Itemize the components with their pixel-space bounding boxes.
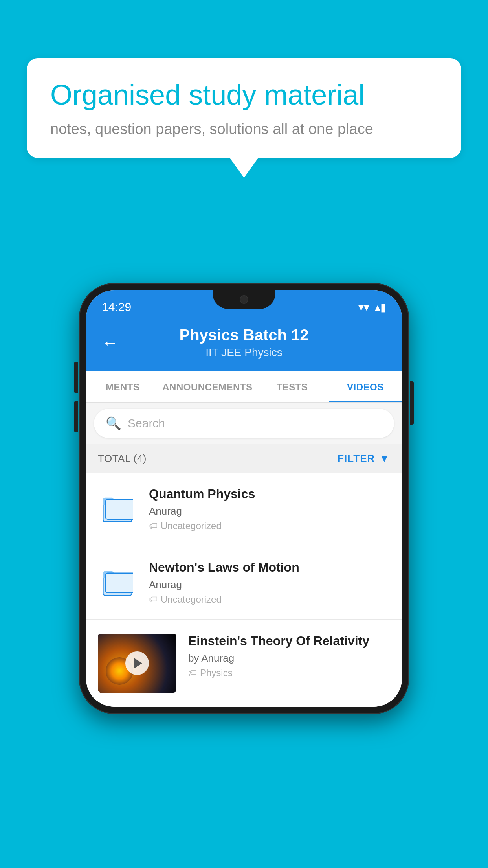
video-author: Anurag — [149, 505, 390, 517]
tag-icon: 🏷 — [188, 668, 197, 678]
tab-bar: MENTS ANNOUNCEMENTS TESTS VIDEOS — [86, 371, 402, 403]
signal-icon: ▴▮ — [375, 301, 386, 314]
bubble-title: Organised study material — [50, 79, 438, 111]
video-info: Newton's Laws of Motion Anurag 🏷 Uncateg… — [149, 560, 390, 605]
phone-mockup: 14:29 ▾▾ ▴▮ ← Physics Batch 12 IIT JEE P… — [79, 283, 409, 714]
video-author: Anurag — [149, 579, 390, 591]
bubble-tail — [230, 158, 258, 178]
filter-button[interactable]: FILTER ▼ — [338, 452, 390, 465]
tab-ments[interactable]: MENTS — [86, 371, 159, 402]
thumbnail-overlay — [98, 634, 176, 693]
phone-outer: 14:29 ▾▾ ▴▮ ← Physics Batch 12 IIT JEE P… — [79, 283, 409, 714]
search-container: 🔍 Search — [86, 403, 402, 444]
search-bar[interactable]: 🔍 Search — [94, 409, 394, 438]
speech-bubble-card: Organised study material notes, question… — [27, 58, 461, 158]
svg-rect-3 — [106, 573, 133, 593]
video-info: Quantum Physics Anurag 🏷 Uncategorized — [149, 487, 390, 531]
video-thumbnail — [98, 634, 176, 693]
tab-tests[interactable]: TESTS — [255, 371, 328, 402]
speech-bubble-section: Organised study material notes, question… — [27, 58, 461, 178]
video-tag: 🏷 Uncategorized — [149, 520, 390, 531]
tab-announcements[interactable]: ANNOUNCEMENTS — [159, 371, 255, 402]
tag-icon: 🏷 — [149, 594, 158, 605]
tab-videos[interactable]: VIDEOS — [329, 371, 402, 402]
phone-screen: 14:29 ▾▾ ▴▮ ← Physics Batch 12 IIT JEE P… — [86, 290, 402, 707]
app-header: ← Physics Batch 12 IIT JEE Physics — [86, 318, 402, 371]
front-camera — [240, 295, 248, 304]
bubble-subtitle: notes, question papers, solutions all at… — [50, 121, 438, 138]
video-list: Quantum Physics Anurag 🏷 Uncategorized — [86, 473, 402, 707]
svg-rect-1 — [106, 500, 133, 519]
video-title: Einstein's Theory Of Relativity — [188, 634, 390, 648]
video-info: Einstein's Theory Of Relativity by Anura… — [188, 634, 390, 679]
tag-icon: 🏷 — [149, 521, 158, 531]
power-button — [410, 381, 414, 425]
back-button[interactable]: ← — [102, 333, 118, 352]
search-input[interactable]: Search — [128, 417, 165, 430]
list-item[interactable]: Newton's Laws of Motion Anurag 🏷 Uncateg… — [86, 546, 402, 620]
total-count: TOTAL (4) — [98, 452, 147, 465]
search-icon: 🔍 — [106, 416, 121, 431]
filter-icon: ▼ — [379, 452, 390, 465]
header-text: Physics Batch 12 IIT JEE Physics — [130, 326, 358, 359]
list-item[interactable]: Quantum Physics Anurag 🏷 Uncategorized — [86, 473, 402, 546]
video-title: Quantum Physics — [149, 487, 390, 501]
video-tag: 🏷 Physics — [188, 668, 390, 679]
folder-icon — [98, 563, 137, 602]
play-button[interactable] — [125, 651, 149, 675]
phone-notch — [213, 290, 275, 309]
list-item[interactable]: Einstein's Theory Of Relativity by Anura… — [86, 620, 402, 707]
volume-up-button — [74, 362, 78, 393]
wifi-icon: ▾▾ — [358, 301, 369, 314]
filter-bar: TOTAL (4) FILTER ▼ — [86, 444, 402, 473]
volume-down-button — [74, 401, 78, 432]
batch-tags: IIT JEE Physics — [130, 346, 358, 359]
video-author: by Anurag — [188, 652, 390, 664]
play-icon — [134, 658, 142, 669]
video-title: Newton's Laws of Motion — [149, 560, 390, 575]
batch-title: Physics Batch 12 — [130, 326, 358, 344]
status-icons: ▾▾ ▴▮ — [358, 301, 386, 314]
folder-icon — [98, 489, 137, 528]
status-time: 14:29 — [102, 300, 131, 314]
video-tag: 🏷 Uncategorized — [149, 594, 390, 605]
